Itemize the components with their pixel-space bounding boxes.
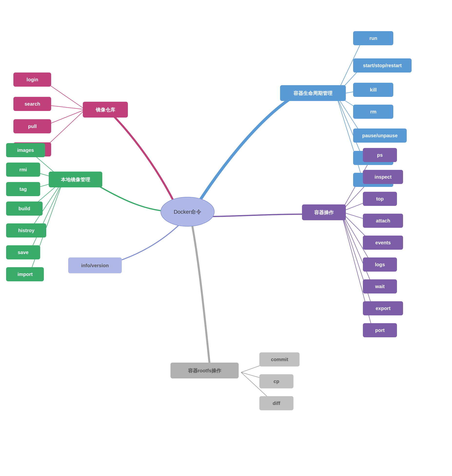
svg-line-5 (336, 95, 363, 158)
svg-text:import: import (18, 272, 33, 277)
svg-text:pause/unpause: pause/unpause (362, 133, 398, 138)
svg-text:search: search (25, 101, 40, 107)
svg-text:ps: ps (377, 152, 383, 158)
svg-text:tag: tag (19, 186, 27, 192)
svg-text:export: export (376, 306, 390, 311)
svg-text:inspect: inspect (375, 174, 392, 180)
svg-text:attach: attach (376, 218, 390, 223)
svg-text:pull: pull (28, 124, 37, 129)
container-op-label: 容器操作 (314, 210, 334, 215)
svg-text:login: login (27, 77, 38, 82)
center-label: Docker命令 (174, 209, 201, 215)
svg-text:cp: cp (273, 379, 279, 384)
svg-text:kill: kill (370, 87, 377, 92)
lifecycle-label: 容器生命周期管理 (293, 91, 333, 96)
local-label: 本地镜像管理 (61, 177, 90, 182)
svg-text:diff: diff (273, 401, 280, 406)
svg-text:events: events (375, 240, 391, 245)
svg-text:top: top (376, 196, 384, 201)
svg-text:start/stop/restart: start/stop/restart (363, 63, 402, 68)
svg-text:port: port (375, 328, 385, 333)
svg-text:commit: commit (271, 357, 288, 362)
info-label: info/version (81, 263, 109, 268)
svg-text:rm: rm (370, 109, 377, 114)
registry-label: 镜像仓库 (95, 107, 115, 112)
svg-text:rmi: rmi (19, 167, 27, 172)
svg-text:histroy: histroy (18, 228, 35, 233)
svg-text:logs: logs (375, 262, 385, 267)
svg-text:run: run (369, 36, 377, 41)
svg-text:wait: wait (375, 284, 385, 289)
svg-text:build: build (19, 206, 30, 211)
svg-text:images: images (17, 147, 34, 153)
svg-text:save: save (18, 250, 29, 255)
rootfs-label: 容器rootfs操作 (188, 368, 222, 373)
